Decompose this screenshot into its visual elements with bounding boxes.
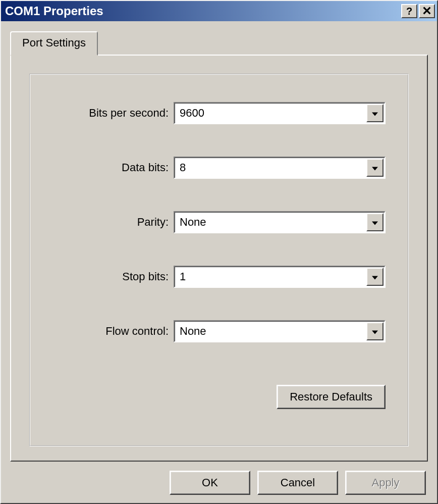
apply-button[interactable]: Apply — [345, 471, 426, 495]
button-label: Apply — [371, 476, 399, 489]
help-icon: ? — [406, 6, 412, 17]
dropdown-button[interactable] — [366, 322, 384, 340]
dialog-buttons: OK Cancel Apply — [10, 462, 428, 497]
label-bits-per-second: Bits per second: — [52, 107, 174, 120]
dialog-window: COM1 Properties ? Port Settings Bits per… — [0, 0, 438, 504]
tab-strip: Port Settings — [10, 30, 428, 55]
combo-bits-per-second[interactable]: 9600 — [174, 102, 386, 124]
field-data-bits: Data bits: 8 — [52, 157, 386, 179]
combo-value: 1 — [175, 267, 365, 287]
combo-data-bits[interactable]: 8 — [174, 157, 386, 179]
restore-defaults-button[interactable]: Restore Defaults — [277, 385, 386, 409]
chevron-down-icon — [372, 270, 378, 283]
combo-value: 9600 — [175, 103, 365, 123]
button-label: OK — [202, 476, 218, 489]
restore-row: Restore Defaults — [52, 385, 386, 409]
dropdown-button[interactable] — [366, 268, 384, 286]
combo-value: None — [175, 321, 365, 341]
combo-value: 8 — [175, 158, 365, 178]
label-flow-control: Flow control: — [52, 325, 174, 338]
field-flow-control: Flow control: None — [52, 320, 386, 342]
dropdown-button[interactable] — [366, 213, 384, 231]
chevron-down-icon — [372, 216, 378, 229]
dropdown-button[interactable] — [366, 159, 384, 177]
help-button[interactable]: ? — [401, 4, 417, 18]
chevron-down-icon — [372, 325, 378, 338]
client-area: Port Settings Bits per second: 9600 Data… — [1, 21, 437, 503]
button-label: Restore Defaults — [290, 390, 372, 404]
close-icon — [423, 6, 431, 17]
field-parity: Parity: None — [52, 211, 386, 233]
combo-flow-control[interactable]: None — [174, 320, 386, 342]
close-button[interactable] — [419, 4, 435, 18]
tab-port-settings[interactable]: Port Settings — [10, 31, 98, 56]
window-title: COM1 Properties — [5, 4, 103, 18]
settings-group: Bits per second: 9600 Data bits: 8 — [29, 74, 409, 446]
chevron-down-icon — [372, 107, 378, 120]
combo-parity[interactable]: None — [174, 211, 386, 233]
tab-label: Port Settings — [22, 36, 86, 49]
button-label: Cancel — [281, 476, 315, 489]
ok-button[interactable]: OK — [170, 471, 250, 495]
combo-stop-bits[interactable]: 1 — [174, 266, 386, 288]
cancel-button[interactable]: Cancel — [257, 471, 338, 495]
chevron-down-icon — [372, 161, 378, 174]
tab-page: Bits per second: 9600 Data bits: 8 — [10, 55, 428, 462]
titlebar: COM1 Properties ? — [1, 1, 437, 21]
label-stop-bits: Stop bits: — [52, 270, 174, 283]
field-stop-bits: Stop bits: 1 — [52, 266, 386, 288]
field-bits-per-second: Bits per second: 9600 — [52, 102, 386, 124]
label-parity: Parity: — [52, 216, 174, 229]
label-data-bits: Data bits: — [52, 161, 174, 174]
dropdown-button[interactable] — [366, 104, 384, 122]
combo-value: None — [175, 212, 365, 232]
